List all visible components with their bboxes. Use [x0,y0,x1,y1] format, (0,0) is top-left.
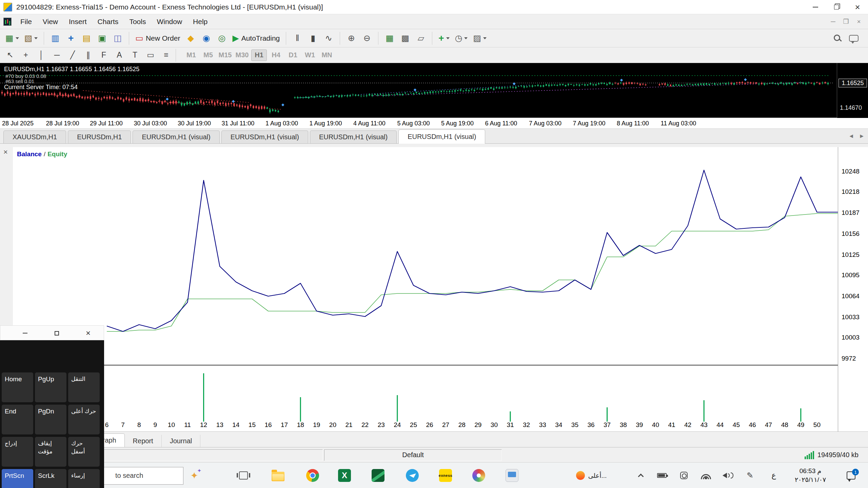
pen-icon[interactable]: ✎ [742,463,758,488]
osk-key-3-1[interactable]: ScrLk [35,469,66,488]
periods-button[interactable]: ◷ [453,31,470,45]
keyboard-minimize-button[interactable] [19,328,31,338]
label-tool[interactable]: T [128,49,142,62]
menu-item-charts[interactable]: Charts [92,14,124,29]
community-button[interactable]: ◎ [215,31,229,45]
notification-button[interactable]: 1 [843,463,860,488]
navigator-button[interactable]: ▤ [79,31,94,45]
osk-key-1-0[interactable]: End [2,405,33,434]
close-button[interactable]: × [847,0,868,14]
timeframe-h1[interactable]: H1 [251,49,267,61]
osk-key-3-2[interactable]: إرساء [68,469,100,488]
zoom-in-button[interactable]: ⊕ [344,31,358,45]
vertical-line-tool[interactable]: │ [35,49,48,62]
keyboard-close-button[interactable]: × [82,328,94,338]
file-explorer-icon[interactable] [270,468,286,483]
market-watch-button[interactable]: ▥ [48,31,62,45]
excel-icon[interactable]: X [337,468,352,483]
timeframe-m30[interactable]: M30 [234,49,250,61]
chrome-icon[interactable] [305,468,320,483]
menu-item-file[interactable]: File [15,14,37,29]
line-chart-mode-button[interactable]: ∿ [321,31,336,45]
wifi-icon[interactable] [698,463,714,488]
arrange-windows-button[interactable]: ▱ [414,31,428,45]
chart-tab-4[interactable]: EURUSDm,H1 (visual) [310,130,397,143]
cursor-tool[interactable]: ↖ [3,49,17,62]
osk-key-1-2[interactable]: حرك أعلى [68,405,100,434]
language-indicator[interactable]: ع [766,463,782,488]
osk-key-0-1[interactable]: PgUp [35,372,66,402]
menu-item-tools[interactable]: Tools [124,14,151,29]
tile-windows-button[interactable]: ▦ [382,31,397,45]
clock[interactable]: م 06:53 ٢٠٢٥/١١/٠٧ [785,463,836,488]
new-chart-button[interactable]: ▦ [3,31,21,45]
indicators-button[interactable]: + [436,31,451,45]
chart-tab-0[interactable]: XAUUSDm,H1 [3,130,66,143]
search-star-icon[interactable]: ✦✦ [186,468,202,483]
chart-tab-2[interactable]: EURUSDm,H1 (visual) [133,130,219,143]
strategy-tester-button[interactable]: ◫ [111,31,125,45]
camera-icon[interactable] [676,463,692,488]
task-view-icon[interactable] [236,468,251,483]
bar-chart-mode-button[interactable]: ‖ [290,31,304,45]
report-tab-journal[interactable]: Journal [162,435,201,447]
tray-expand-button[interactable] [634,463,648,488]
balance-equity-graph[interactable]: 6789101112131415161718192021222324252627… [13,147,838,432]
osk-key-1-1[interactable]: PgDn [35,405,66,434]
zoom-out-button[interactable]: ⊖ [360,31,374,45]
battery-icon[interactable] [654,463,670,488]
chart-tab-3[interactable]: EURUSDm,H1 (visual) [221,130,308,143]
telegram-icon[interactable] [405,468,420,483]
timeframe-h4[interactable]: H4 [268,49,284,61]
autotrading-button[interactable]: ▶AutoTrading [230,31,282,45]
fibonacci-tool[interactable]: F [97,49,111,62]
terminal-button[interactable]: ▣ [95,31,109,45]
timeframe-mn[interactable]: MN [319,49,335,61]
cascade-windows-button[interactable]: ▩ [398,31,412,45]
templates-button[interactable]: ▨ [471,31,489,45]
keyboard-maximize-button[interactable] [51,328,62,338]
exness-icon[interactable]: exness [438,468,453,483]
menu-item-insert[interactable]: Insert [63,14,92,29]
menu-item-view[interactable]: View [37,14,63,29]
price-scale[interactable]: 1.16525 1.14670 [837,63,868,118]
profiles-button[interactable]: ▧ [22,31,40,45]
channel-tool[interactable]: ∥ [81,49,95,62]
mdi-close-button[interactable]: × [852,17,865,27]
chart-tab-1[interactable]: EURUSDm,H1 [68,130,131,143]
volume-icon[interactable] [720,463,736,488]
report-tab-report[interactable]: Report [125,435,162,447]
candlestick-mode-button[interactable]: ▮ [306,31,320,45]
trendline-tool[interactable]: ╱ [66,49,79,62]
colorful-app-icon[interactable] [471,468,487,483]
chat-icon[interactable] [849,35,859,42]
tab-scroll-right-icon[interactable]: ► [859,133,865,140]
minimize-button[interactable] [805,0,826,14]
search-icon[interactable] [833,34,842,42]
restore-button[interactable] [826,0,847,14]
metaeditor-button[interactable]: ◆ [183,31,198,45]
shapes-tool[interactable]: ▭ [144,49,157,62]
price-chart[interactable]: EURUSDm,H1 1.16637 1.16655 1.16456 1.165… [0,63,868,118]
menu-item-help[interactable]: Help [188,14,213,29]
timeframe-d1[interactable]: D1 [285,49,301,61]
chart-tab-5[interactable]: EURUSDm,H1 (visual) [398,129,485,144]
crosshair-tool[interactable]: + [19,49,33,62]
timeframe-w1[interactable]: W1 [302,49,318,61]
timeframe-m5[interactable]: M5 [200,49,216,61]
expert-advisors-button[interactable]: ◉ [199,31,213,45]
tab-scroll-left-icon[interactable]: ◄ [848,133,854,140]
horizontal-line-tool[interactable]: ─ [50,49,64,62]
osk-key-2-1[interactable]: إيقاف مؤقت [35,437,66,467]
mdi-restore-button[interactable]: ❒ [840,17,852,27]
close-tester-button[interactable]: × [3,148,8,156]
mdi-minimize-button[interactable]: ─ [827,17,840,27]
menu-item-window[interactable]: Window [151,14,188,29]
objects-list-tool[interactable]: ≡ [159,49,173,62]
green-app-icon[interactable] [370,468,386,483]
timeframe-m15[interactable]: M15 [217,49,233,61]
osk-key-2-0[interactable]: إدراج [2,437,33,467]
data-window-button[interactable]: + [64,31,78,45]
osk-key-2-2[interactable]: حرك أسفل [68,437,100,467]
date-axis[interactable]: 28 Jul 202528 Jul 19:0029 Jul 11:0030 Ju… [0,118,868,129]
